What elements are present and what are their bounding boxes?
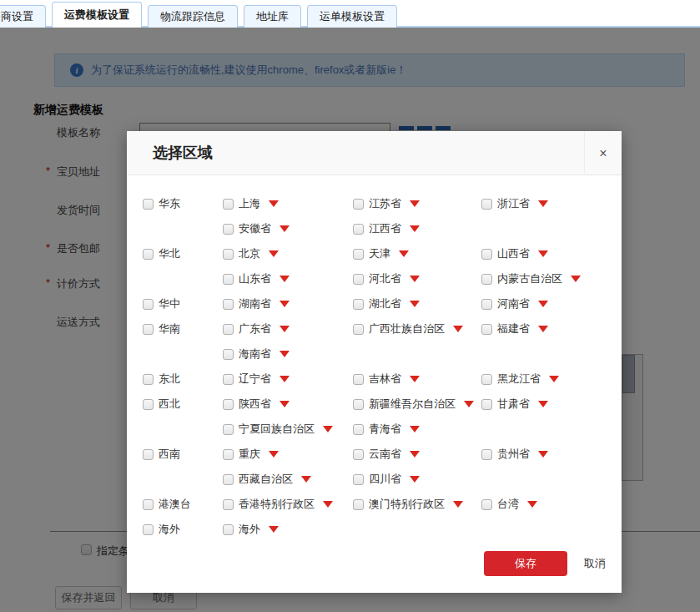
modal-cancel-button[interactable]: 取消 — [584, 556, 606, 571]
province-checkbox[interactable] — [223, 449, 234, 460]
province-checkbox[interactable] — [353, 324, 364, 335]
province-label[interactable]: 江苏省 — [369, 196, 401, 211]
province-label[interactable]: 广东省 — [239, 321, 271, 336]
expand-cities-icon[interactable] — [410, 376, 420, 382]
province-checkbox[interactable] — [353, 199, 364, 210]
expand-cities-icon[interactable] — [323, 426, 333, 432]
expand-cities-icon[interactable] — [538, 451, 548, 458]
region-checkbox[interactable] — [143, 399, 154, 410]
province-checkbox[interactable] — [481, 449, 492, 460]
province-checkbox[interactable] — [353, 449, 364, 460]
province-checkbox[interactable] — [481, 499, 492, 510]
province-label[interactable]: 四川省 — [369, 472, 401, 487]
expand-cities-icon[interactable] — [410, 225, 420, 232]
region-label[interactable]: 海外 — [159, 522, 180, 537]
expand-cities-icon[interactable] — [410, 451, 420, 458]
province-label[interactable]: 青海省 — [369, 422, 401, 437]
region-checkbox[interactable] — [143, 324, 154, 335]
expand-cities-icon[interactable] — [301, 476, 311, 483]
region-label[interactable]: 华北 — [159, 246, 180, 261]
province-checkbox[interactable] — [223, 424, 234, 435]
region-label[interactable]: 华中 — [159, 296, 180, 311]
province-checkbox[interactable] — [223, 199, 234, 210]
province-checkbox[interactable] — [353, 499, 364, 510]
province-label[interactable]: 香港特别行政区 — [239, 497, 315, 512]
province-label[interactable]: 山西省 — [497, 246, 530, 261]
province-label[interactable]: 福建省 — [497, 321, 530, 336]
tab-4[interactable]: 运单模板设置 — [307, 5, 397, 28]
province-checkbox[interactable] — [353, 224, 364, 235]
expand-cities-icon[interactable] — [399, 250, 409, 257]
expand-cities-icon[interactable] — [410, 476, 420, 483]
region-checkbox[interactable] — [143, 374, 154, 385]
region-label[interactable]: 西南 — [159, 447, 180, 462]
expand-cities-icon[interactable] — [538, 326, 548, 332]
province-checkbox[interactable] — [223, 374, 234, 385]
expand-cities-icon[interactable] — [279, 301, 290, 307]
tab-3[interactable]: 地址库 — [244, 5, 301, 28]
province-label[interactable]: 澳门特别行政区 — [369, 497, 445, 512]
province-label[interactable]: 江西省 — [369, 221, 401, 236]
region-checkbox[interactable] — [143, 299, 154, 310]
province-checkbox[interactable] — [353, 474, 364, 485]
expand-cities-icon[interactable] — [538, 200, 548, 207]
region-label[interactable]: 华东 — [159, 196, 180, 211]
expand-cities-icon[interactable] — [279, 225, 290, 232]
province-checkbox[interactable] — [353, 374, 364, 385]
expand-cities-icon[interactable] — [279, 276, 290, 282]
province-label[interactable]: 上海 — [239, 196, 260, 211]
province-checkbox[interactable] — [481, 274, 492, 285]
region-label[interactable]: 东北 — [159, 372, 180, 387]
expand-cities-icon[interactable] — [464, 401, 474, 407]
province-checkbox[interactable] — [223, 499, 234, 510]
expand-cities-icon[interactable] — [410, 276, 420, 282]
province-label[interactable]: 新疆维吾尔自治区 — [369, 397, 456, 412]
province-label[interactable]: 湖南省 — [239, 296, 271, 311]
province-label[interactable]: 河南省 — [497, 296, 530, 311]
province-checkbox[interactable] — [353, 249, 364, 260]
close-icon[interactable]: × — [584, 131, 622, 175]
province-label[interactable]: 甘肃省 — [497, 397, 530, 412]
expand-cities-icon[interactable] — [538, 301, 548, 307]
region-checkbox[interactable] — [143, 249, 154, 260]
province-label[interactable]: 山东省 — [239, 271, 271, 286]
province-label[interactable]: 陕西省 — [239, 397, 271, 412]
province-checkbox[interactable] — [223, 249, 234, 260]
province-checkbox[interactable] — [223, 524, 234, 535]
expand-cities-icon[interactable] — [410, 426, 420, 432]
province-checkbox[interactable] — [223, 399, 234, 410]
province-label[interactable]: 贵州省 — [497, 447, 530, 462]
province-label[interactable]: 内蒙古自治区 — [497, 271, 562, 286]
expand-cities-icon[interactable] — [527, 501, 537, 508]
expand-cities-icon[interactable] — [269, 526, 279, 533]
province-label[interactable]: 海南省 — [239, 346, 271, 362]
province-label[interactable]: 宁夏回族自治区 — [239, 422, 315, 437]
expand-cities-icon[interactable] — [269, 200, 279, 207]
expand-cities-icon[interactable] — [410, 301, 420, 307]
province-label[interactable]: 北京 — [239, 246, 260, 261]
expand-cities-icon[interactable] — [410, 200, 420, 207]
tab-0[interactable]: 服务商设置 — [0, 5, 46, 28]
expand-cities-icon[interactable] — [279, 326, 290, 332]
province-checkbox[interactable] — [481, 249, 492, 260]
expand-cities-icon[interactable] — [453, 501, 463, 508]
province-checkbox[interactable] — [223, 274, 234, 285]
province-checkbox[interactable] — [223, 349, 234, 360]
expand-cities-icon[interactable] — [453, 326, 463, 332]
region-label[interactable]: 港澳台 — [159, 497, 191, 512]
region-label[interactable]: 西北 — [159, 397, 180, 412]
expand-cities-icon[interactable] — [279, 401, 290, 407]
region-checkbox[interactable] — [143, 199, 154, 210]
province-label[interactable]: 西藏自治区 — [239, 472, 293, 487]
province-label[interactable]: 重庆 — [239, 447, 260, 462]
province-checkbox[interactable] — [353, 399, 364, 410]
province-checkbox[interactable] — [223, 299, 234, 310]
region-checkbox[interactable] — [143, 499, 154, 510]
province-checkbox[interactable] — [353, 424, 364, 435]
province-label[interactable]: 黑龙江省 — [497, 372, 541, 387]
province-checkbox[interactable] — [481, 299, 492, 310]
province-label[interactable]: 安徽省 — [239, 221, 271, 236]
province-checkbox[interactable] — [481, 199, 492, 210]
tab-2[interactable]: 物流跟踪信息 — [148, 5, 238, 28]
province-checkbox[interactable] — [481, 324, 492, 335]
